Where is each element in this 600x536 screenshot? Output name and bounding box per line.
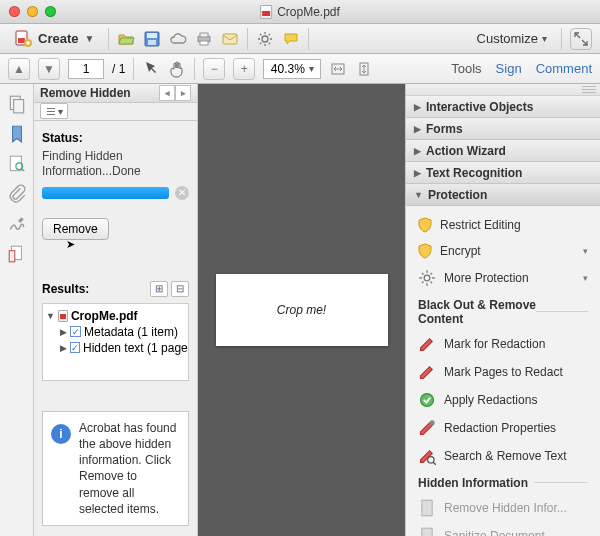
window-title: CropMe.pdf bbox=[277, 5, 340, 19]
restrict-editing-item[interactable]: Restrict Editing bbox=[412, 212, 594, 238]
collapse-all-button[interactable]: ⊟ bbox=[171, 281, 189, 297]
cancel-progress-button[interactable]: ✕ bbox=[175, 186, 189, 200]
document-page: Crop me! bbox=[216, 274, 388, 346]
create-button[interactable]: Create ▼ bbox=[8, 28, 100, 50]
mark-for-redaction-item[interactable]: Mark for Redaction bbox=[412, 330, 594, 358]
zoom-window-button[interactable] bbox=[45, 6, 56, 17]
pages-panel-icon[interactable] bbox=[7, 94, 27, 114]
chevron-down-icon: ▾ bbox=[583, 246, 588, 256]
blackout-header: Black Out & Remove Content bbox=[412, 292, 594, 330]
save-icon[interactable] bbox=[143, 30, 161, 48]
tools-tab[interactable]: Tools bbox=[451, 61, 481, 76]
acc-text-recognition[interactable]: ▶Text Recognition bbox=[406, 162, 600, 184]
tree-metadata-row: ▶ ✓ Metadata (1 item) bbox=[46, 324, 185, 340]
minimize-window-button[interactable] bbox=[27, 6, 38, 17]
gear-icon[interactable] bbox=[256, 30, 274, 48]
shield-icon bbox=[418, 243, 432, 259]
select-tool-icon[interactable] bbox=[142, 60, 160, 78]
sign-tab[interactable]: Sign bbox=[496, 61, 522, 76]
hand-tool-icon[interactable] bbox=[168, 60, 186, 78]
attachments-panel-icon[interactable] bbox=[7, 184, 27, 204]
info-icon: i bbox=[51, 424, 71, 444]
panel-title: Remove Hidden bbox=[40, 86, 131, 100]
status-message: Finding Hidden Information...Done bbox=[42, 149, 189, 180]
document-view[interactable]: Crop me! bbox=[198, 84, 405, 536]
cloud-icon[interactable] bbox=[169, 30, 187, 48]
tools-pane: ▶Interactive Objects ▶Forms ▶Action Wiza… bbox=[405, 84, 600, 536]
apply-redactions-item[interactable]: Apply Redactions bbox=[412, 386, 594, 414]
status-label: Status: bbox=[42, 131, 189, 145]
checkbox-icon[interactable]: ✓ bbox=[70, 342, 80, 353]
chevron-down-icon: ▾ bbox=[542, 33, 547, 44]
hidden-info-header: Hidden Information bbox=[412, 470, 594, 494]
shield-icon bbox=[418, 217, 432, 233]
print-icon[interactable] bbox=[195, 30, 213, 48]
page-up-button[interactable]: ▲ bbox=[8, 58, 30, 80]
tree-hidden-text-row: ▶ ✓ Hidden text (1 page) bbox=[46, 340, 185, 356]
zoom-in-button[interactable]: + bbox=[233, 58, 255, 80]
svg-rect-20 bbox=[47, 111, 55, 112]
acc-protection[interactable]: ▼Protection bbox=[406, 184, 600, 206]
create-icon bbox=[14, 30, 32, 48]
document-icon bbox=[418, 499, 436, 517]
layers-panel-icon[interactable] bbox=[7, 244, 27, 264]
svg-point-22 bbox=[424, 275, 430, 281]
checkbox-icon[interactable]: ✓ bbox=[70, 326, 81, 337]
svg-rect-19 bbox=[47, 108, 55, 109]
panel-prev-button[interactable]: ◂ bbox=[159, 85, 175, 101]
close-window-button[interactable] bbox=[9, 6, 20, 17]
svg-point-24 bbox=[430, 420, 435, 425]
page-down-button[interactable]: ▼ bbox=[38, 58, 60, 80]
document-icon bbox=[418, 527, 436, 536]
svg-rect-9 bbox=[223, 34, 237, 44]
window-titlebar: CropMe.pdf bbox=[0, 0, 600, 24]
svg-rect-5 bbox=[148, 40, 156, 45]
pdf-file-icon bbox=[58, 310, 68, 322]
remove-button[interactable]: Remove bbox=[42, 218, 109, 240]
chat-icon[interactable] bbox=[282, 30, 300, 48]
svg-point-25 bbox=[428, 457, 434, 463]
zoom-level-select[interactable]: 40.3%▾ bbox=[263, 59, 321, 79]
gear-icon bbox=[418, 269, 436, 287]
fullscreen-button[interactable] bbox=[570, 28, 592, 50]
remove-hidden-info-item: Remove Hidden Infor... bbox=[412, 494, 594, 522]
page-number-input[interactable]: 1 bbox=[68, 59, 104, 79]
grip-icon bbox=[582, 86, 596, 94]
chevron-down-icon: ▼ bbox=[84, 33, 94, 44]
search-remove-text-item[interactable]: Search & Remove Text bbox=[412, 442, 594, 470]
customize-button[interactable]: Customize ▾ bbox=[471, 29, 553, 48]
fit-page-icon[interactable] bbox=[355, 60, 373, 78]
more-protection-item[interactable]: More Protection ▾ bbox=[412, 264, 594, 292]
svg-rect-21 bbox=[47, 114, 55, 115]
panel-next-button[interactable]: ▸ bbox=[175, 85, 191, 101]
acc-forms[interactable]: ▶Forms bbox=[406, 118, 600, 140]
zoom-out-button[interactable]: − bbox=[203, 58, 225, 80]
search-remove-icon bbox=[418, 447, 436, 465]
mail-icon[interactable] bbox=[221, 30, 239, 48]
results-tree[interactable]: ▼ CropMe.pdf ▶ ✓ Metadata (1 item) ▶ ✓ H… bbox=[42, 303, 189, 381]
redact-icon bbox=[418, 335, 436, 353]
encrypt-item[interactable]: Encrypt ▾ bbox=[412, 238, 594, 264]
signatures-panel-icon[interactable] bbox=[7, 214, 27, 234]
acc-action-wizard[interactable]: ▶Action Wizard bbox=[406, 140, 600, 162]
svg-rect-26 bbox=[422, 500, 432, 515]
bookmarks-panel-icon[interactable] bbox=[7, 124, 27, 144]
navigation-toolbar: ▲ ▼ 1 / 1 − + 40.3%▾ Tools Sign Comment bbox=[0, 54, 600, 84]
expand-all-button[interactable]: ⊞ bbox=[150, 281, 168, 297]
search-panel-icon[interactable] bbox=[7, 154, 27, 174]
open-icon[interactable] bbox=[117, 30, 135, 48]
mark-pages-redact-item[interactable]: Mark Pages to Redact bbox=[412, 358, 594, 386]
chevron-down-icon: ▾ bbox=[583, 273, 588, 283]
svg-rect-14 bbox=[13, 100, 23, 113]
redact-icon bbox=[418, 363, 436, 381]
svg-rect-1 bbox=[18, 38, 25, 43]
fit-width-icon[interactable] bbox=[329, 60, 347, 78]
svg-rect-7 bbox=[200, 33, 208, 37]
remove-hidden-panel: Remove Hidden ◂ ▸ ▾ Status: Finding Hidd… bbox=[34, 84, 198, 536]
acc-interactive-objects[interactable]: ▶Interactive Objects bbox=[406, 96, 600, 118]
page-total: / 1 bbox=[112, 62, 125, 76]
panel-options-button[interactable]: ▾ bbox=[40, 103, 68, 119]
cursor-icon: ➤ bbox=[66, 238, 213, 251]
comment-tab[interactable]: Comment bbox=[536, 61, 592, 76]
redaction-properties-item[interactable]: Redaction Properties bbox=[412, 414, 594, 442]
